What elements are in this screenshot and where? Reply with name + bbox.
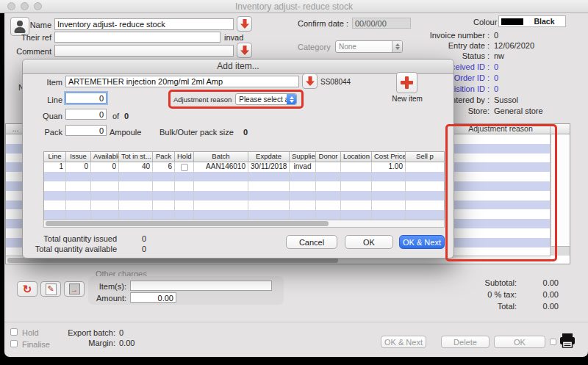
stock-line-row[interactable]: 1 0 0 40 6 AAN146010 30/11/2018 invad 1.… [44,162,444,172]
stock-line-row[interactable] [44,210,444,220]
cancel-button[interactable]: Cancel [286,235,337,249]
col-batch[interactable]: Batch [194,152,248,162]
scrollbar-thumb[interactable] [7,258,338,263]
col-supplier[interactable]: Supplier [290,152,316,162]
col-hold[interactable]: Hold [175,152,194,162]
red-down-arrow-icon [240,46,249,55]
cell-issue: 0 [66,162,91,172]
delete-button[interactable]: Delete [441,336,490,348]
dialog-ok-button[interactable]: OK [345,235,393,249]
cell-sell-price [406,162,444,172]
adjustment-reason-column-annotation [445,124,557,261]
cell-available: 0 [91,162,119,172]
total-available-label: Total quantity available [23,245,117,253]
colour-swatch [501,18,523,25]
cell-cost-price: 1.00 [372,162,406,172]
finalise-label: Finalise [22,340,50,349]
dialog-horizontal-scrollbar[interactable] [43,220,445,228]
margin-label: Margin: [59,339,115,347]
other-charges-amount-label: Amount: [82,294,126,303]
stock-line-row[interactable] [44,181,444,191]
ok-next-button[interactable]: OK & Next [381,336,426,348]
comment-expand-button[interactable] [237,43,252,58]
hold-line-checkbox[interactable] [181,164,188,171]
tax-value: 0.00 [522,290,559,299]
stock-line-row[interactable] [44,200,444,210]
confirm-date-input: 00/00/00 [352,18,411,29]
entry-date-label: Entry date : [344,41,490,50]
col-tot-in-stock[interactable]: Tot in st... [119,152,153,162]
purchase-order-id-value[interactable]: 0 [494,73,498,82]
requisition-id-value[interactable]: 0 [494,84,498,93]
pack-input[interactable]: 0 [65,125,107,136]
finalise-checkbox[interactable] [10,340,18,347]
goods-received-id-value[interactable]: 0 [494,62,498,71]
col-available[interactable]: Available [91,152,119,162]
col-issue[interactable]: Issue [66,152,91,162]
export-batch-label: Export batch: [59,328,115,337]
window-titlebar: Inventory adjust- reduce stock [0,0,588,13]
cell-supplier: invad [290,162,316,172]
hold-checkbox[interactable] [10,328,18,336]
stepper-icon [287,94,296,104]
item-code-text: SS08044 [320,78,351,86]
export-arrow-icon: → [69,283,80,294]
col-line[interactable]: Line [44,152,66,162]
other-charges-amount-input[interactable]: 0.00 [130,292,176,303]
add-item-dialog: Add item... Item ARTEMETHER injection 20… [22,59,454,259]
print-button[interactable] [559,332,576,350]
refresh-button[interactable]: ↻ [17,281,37,297]
print-checkbox[interactable] [550,339,556,345]
cell-location [341,162,372,172]
name-list-button[interactable] [237,16,252,32]
col-donor[interactable]: Donor [316,152,341,162]
colour-picker[interactable]: Black [498,15,566,27]
ok-button[interactable]: OK [494,336,545,348]
stock-lines-table: Line Issue Available Tot in st... Pack H… [43,151,445,220]
edit-note-button[interactable]: ✎ [40,281,61,297]
red-down-arrow-icon [240,19,249,29]
total-value: 0.00 [522,302,559,311]
line-input[interactable]: 0 [65,93,107,104]
col-pack[interactable]: Pack [153,152,175,162]
scrollbar-thumb[interactable] [46,221,329,226]
confirm-date-label: Confirm date : [298,19,348,28]
colour-value: Black [523,17,565,26]
item-list-button[interactable] [302,73,318,89]
quan-total-value: 0 [124,112,129,120]
quan-label: Quan [39,112,62,120]
pack-label: Pack [40,128,62,137]
name-input[interactable]: Inventory adjust- reduce stock [54,18,234,30]
invoice-number-label: Invoice number : [344,31,490,40]
export-batch-value: 0 [119,328,123,337]
tax-label: 0 % tax: [443,290,517,299]
subtotal-label: Subtotal: [443,278,517,287]
quan-input[interactable]: 0 [65,109,107,120]
total-label: Total: [443,302,517,311]
col-expdate[interactable]: Expdate [248,152,290,162]
status-value: nw [494,51,504,60]
item-input[interactable]: ARTEMETHER injection 20mg/ml 2ml Amp [65,76,299,87]
new-item-label: New item [385,95,429,103]
hold-label: Hold [22,328,39,337]
dialog-ok-next-button[interactable]: OK & Next [399,235,445,249]
item-label: Item [37,78,62,87]
their-ref-label: Their ref [18,33,51,42]
subtotal-value: 0.00 [522,278,559,287]
col-sell-price[interactable]: Sell p [406,152,444,162]
invoice-number-value: 0 [494,31,498,40]
stock-line-row[interactable] [44,172,444,181]
divider [4,322,588,322]
comment-input[interactable] [54,45,234,57]
adjustment-reason-label: Adjustment reason [173,95,232,104]
export-button[interactable]: → [64,281,85,297]
other-charges-items-input[interactable] [130,281,272,291]
their-ref-input[interactable] [54,32,220,43]
col-cost-price[interactable]: Cost Price [372,152,406,162]
col-location[interactable]: Location [341,152,372,162]
adjustment-reason-select[interactable]: Please select a r... [235,93,297,105]
new-item-button[interactable] [396,72,417,93]
total-available-value: 0 [142,245,146,253]
stock-line-row[interactable] [44,191,444,200]
cell-pack: 6 [153,162,175,172]
